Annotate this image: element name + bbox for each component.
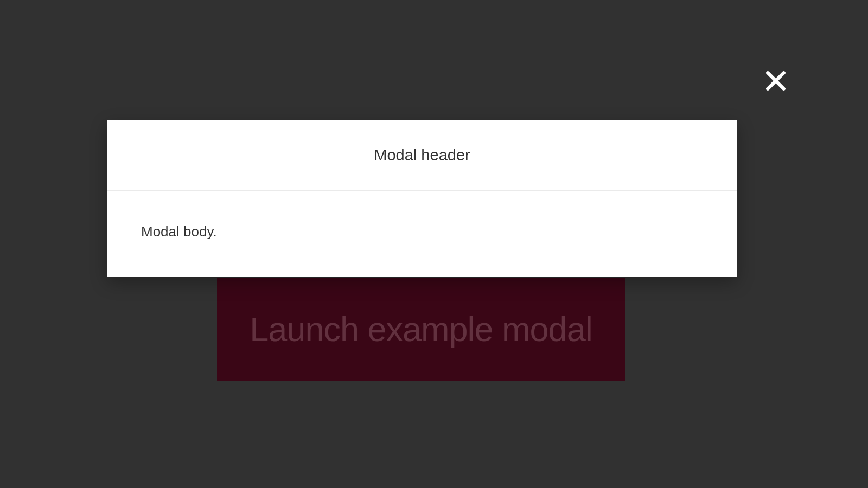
modal-body-text: Modal body. [141,223,703,240]
modal-body: Modal body. [107,191,737,277]
modal-header: Modal header [107,120,737,191]
modal-header-title: Modal header [140,146,704,164]
close-icon [764,69,788,94]
modal-dialog: Modal header Modal body. [107,120,737,277]
close-button[interactable] [760,65,792,98]
